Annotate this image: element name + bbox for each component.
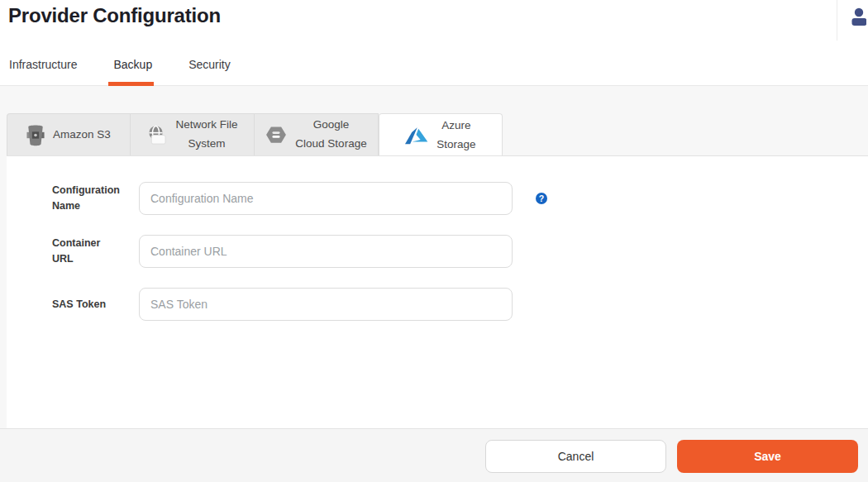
network-file-system-icon: [146, 125, 167, 146]
provider-tab-label: Amazon S3: [53, 126, 111, 145]
sas-token-label: SAS Token: [52, 297, 118, 313]
provider-tab-label: Azure Storage: [436, 117, 475, 155]
user-icon[interactable]: [850, 7, 866, 30]
provider-tab-amazon-s3[interactable]: Amazon S3: [7, 113, 131, 155]
provider-tabs: Amazon S3 Network File System Google Clo…: [7, 113, 868, 155]
tab-infrastructure[interactable]: Infrastructure: [9, 58, 77, 85]
google-cloud-storage-icon: [265, 126, 287, 144]
main-tabs: Infrastructure Backup Security: [9, 58, 231, 85]
tab-backup-label: Backup: [113, 58, 152, 71]
amazon-s3-icon: [26, 123, 45, 147]
cancel-button[interactable]: Cancel: [485, 440, 666, 473]
tab-security[interactable]: Security: [188, 58, 231, 85]
provider-tab-google-cloud-storage[interactable]: Google Cloud Storage: [255, 113, 379, 155]
tab-security-label: Security: [188, 58, 231, 71]
container-url-input[interactable]: [139, 235, 513, 268]
provider-tab-label: Network File System: [175, 116, 237, 154]
azure-storage-icon: [405, 127, 428, 145]
provider-tab-label: Google Cloud Storage: [295, 116, 366, 154]
provider-tab-network-file-system[interactable]: Network File System: [131, 113, 255, 155]
configuration-name-input[interactable]: [139, 182, 513, 215]
azure-storage-form: Configuration Name ? Container URL SAS T…: [7, 156, 868, 428]
configuration-name-label: Configuration Name: [52, 183, 118, 214]
tab-backup[interactable]: Backup: [113, 58, 152, 85]
active-tab-underline: [108, 82, 154, 86]
container-url-label: Container URL: [52, 236, 118, 267]
help-icon[interactable]: ?: [536, 193, 547, 204]
provider-tab-azure-storage[interactable]: Azure Storage: [379, 113, 503, 157]
page-header: Provider Configuration Infrastructure Ba…: [0, 0, 868, 86]
header-divider: [837, 0, 837, 41]
container-url-row: Container URL: [52, 235, 868, 268]
page-title: Provider Configuration: [8, 4, 221, 27]
footer-buttons: Cancel Save: [485, 440, 858, 473]
footer-bar: Cancel Save: [0, 428, 868, 482]
sas-token-input[interactable]: [139, 288, 513, 321]
configuration-name-row: Configuration Name ?: [52, 156, 868, 215]
tab-infrastructure-label: Infrastructure: [9, 58, 77, 71]
sas-token-row: SAS Token: [52, 288, 868, 321]
save-button[interactable]: Save: [677, 440, 858, 473]
